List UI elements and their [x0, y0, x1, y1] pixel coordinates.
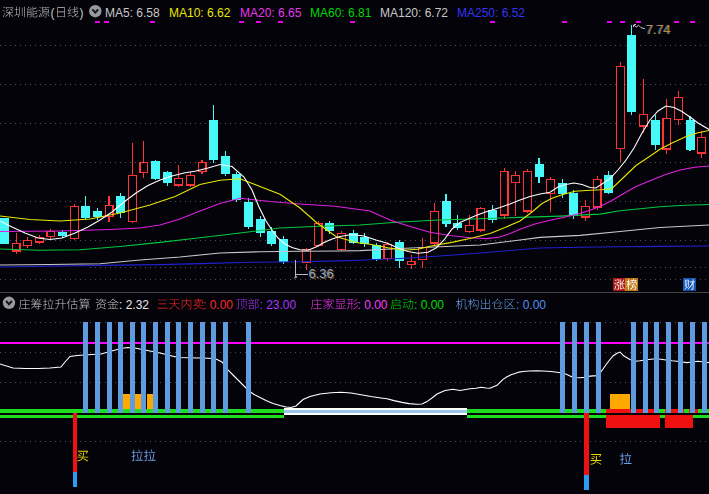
svg-text:: 0.00: : 0.00 — [414, 298, 444, 312]
svg-text:: 0.00: : 0.00 — [516, 298, 546, 312]
svg-text:: 0.00: : 0.00 — [203, 298, 233, 312]
svg-text:MA60: 6.81: MA60: 6.81 — [310, 6, 372, 20]
svg-text:): ) — [80, 6, 84, 20]
svg-text:: 23.00: : 23.00 — [260, 298, 297, 312]
svg-text:MA120: 6.72: MA120: 6.72 — [380, 6, 448, 20]
svg-text:MA5: 6.58: MA5: 6.58 — [105, 6, 160, 20]
svg-text:7.74: 7.74 — [646, 23, 670, 37]
svg-text:: 2.32: : 2.32 — [119, 298, 149, 312]
svg-text:: 0.00: : 0.00 — [358, 298, 388, 312]
svg-text:MA250: 6.52: MA250: 6.52 — [457, 6, 525, 20]
svg-text:MA20: 6.65: MA20: 6.65 — [240, 6, 302, 20]
svg-text:(: ( — [51, 6, 55, 20]
svg-text:MA10: 6.62: MA10: 6.62 — [169, 6, 231, 20]
svg-text:6.36: 6.36 — [309, 266, 334, 281]
